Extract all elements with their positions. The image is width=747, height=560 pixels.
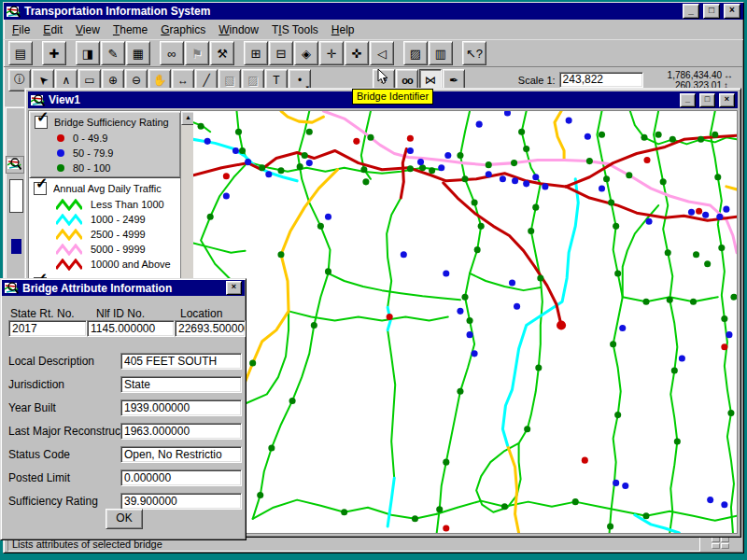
legend-theme-bridge-sufficiency-rating[interactable]: ✓Bridge Sufficiency Rating0 - 49.950 - 7…	[29, 111, 181, 178]
theme-header: ✓Annual Avg Daily Traffic	[32, 180, 181, 197]
select-features-button[interactable]: ▨	[403, 41, 428, 65]
view1-close-button[interactable]: ×	[719, 93, 735, 107]
tooltip-bridge-identifier: Bridge Identifier	[352, 89, 433, 105]
show-legend-icon: ▥	[435, 47, 446, 61]
open-theme-table-icon: ▦	[133, 47, 144, 61]
legend-theme-annual-avg-daily-traffic[interactable]: ✓Annual Avg Daily TrafficLess Than 10001…	[29, 178, 181, 273]
road	[726, 187, 737, 189]
zigzag-swatch	[56, 244, 82, 256]
query-builder-button[interactable]: ⚒	[210, 41, 234, 65]
zoom-full-extent-button[interactable]: ⊞	[244, 41, 268, 65]
bridge-dot-blue	[500, 175, 506, 182]
field-input-nlf-id-no-[interactable]: 1145.000000	[87, 320, 175, 337]
bridge-dot-red	[582, 457, 588, 464]
field-label: Year Built	[8, 401, 56, 414]
field-input-jurisdiction[interactable]: State	[120, 376, 242, 393]
help-button[interactable]: ↖?	[462, 41, 486, 65]
entry-label: Less Than 1000	[91, 199, 164, 210]
theme-properties-button[interactable]: ◨	[76, 41, 100, 65]
previous-extent-button[interactable]: ◁	[370, 41, 394, 65]
menu-view[interactable]: View	[69, 21, 106, 38]
field-label: Nlf ID No.	[96, 307, 145, 320]
bridge-dot-green	[537, 274, 543, 281]
save-project-button[interactable]: ▤	[8, 41, 33, 65]
theme-checkbox[interactable]: ✓	[35, 116, 48, 129]
show-legend-button[interactable]: ▥	[429, 41, 453, 65]
measure-icon: ↔	[177, 74, 189, 87]
menu-theme[interactable]: Theme	[106, 21, 154, 38]
bridge-dot-green	[412, 515, 418, 522]
zoom-active-theme-button[interactable]: ⊟	[269, 41, 293, 65]
find-button[interactable]: ∞	[160, 41, 184, 65]
label-icon: ▧	[224, 74, 234, 87]
dialog-close-button[interactable]: ×	[226, 281, 242, 295]
road	[437, 111, 481, 533]
view1-maximize-button[interactable]: □	[699, 93, 715, 107]
scroll-up-button[interactable]: ▲	[181, 111, 193, 125]
bridge-dot-green	[472, 200, 478, 206]
zigzag-swatch	[56, 214, 82, 226]
legend-entry: 10000 and Above	[32, 257, 181, 272]
entry-label: 10000 and Above	[91, 259, 171, 270]
bridge-dot-green	[599, 132, 605, 138]
bridge-dot-green	[461, 175, 468, 182]
draw-pen-icon: ✒	[449, 74, 458, 87]
bridge-dot-blue	[401, 251, 407, 258]
bridge-dot-blue	[509, 279, 515, 286]
zoom-in-fixed-button[interactable]: ✛	[319, 41, 344, 65]
field-label: Posted Limit	[8, 471, 70, 484]
open-theme-table-button[interactable]: ▦	[126, 41, 150, 65]
menu-help[interactable]: Help	[325, 21, 361, 38]
entry-label: 5000 - 9999	[91, 244, 146, 255]
check-icon: ✓	[35, 175, 48, 192]
dot-swatch	[57, 134, 64, 142]
menu-file[interactable]: File	[6, 21, 36, 38]
ok-button[interactable]: OK	[106, 509, 143, 529]
maximize-button[interactable]: □	[703, 4, 720, 19]
zoom-out-fixed-button[interactable]: ✜	[345, 41, 369, 65]
minimize-button[interactable]: _	[683, 4, 699, 19]
scale-input[interactable]: 243,822	[559, 72, 643, 88]
field-input-status-code[interactable]: Open, No Restrictio	[120, 446, 242, 463]
field-input-year-built[interactable]: 1939.000000	[120, 399, 242, 416]
bridge-dot-green	[311, 322, 317, 329]
menu-graphics[interactable]: Graphics	[154, 21, 212, 38]
bridge-dot-green	[572, 498, 579, 505]
locate-address-button[interactable]: ⚑	[185, 41, 209, 65]
add-theme-icon: ✚	[49, 47, 60, 61]
map-canvas[interactable]	[193, 111, 737, 533]
field-input-location[interactable]: 22693.500000	[175, 320, 246, 337]
toolbar-group: ∞⚑⚒	[160, 41, 235, 65]
view1-minimize-button[interactable]: _	[680, 93, 696, 107]
field-input-local-description[interactable]: 405 FEET SOUTH	[120, 353, 242, 370]
menu-window[interactable]: Window	[212, 21, 265, 38]
zoom-out-fixed-icon: ✜	[352, 47, 362, 61]
field-input-sufficiency-rating[interactable]: 39.900000	[120, 493, 242, 510]
close-button[interactable]: ×	[724, 4, 740, 19]
app-icon	[7, 5, 21, 19]
bridge-dot-blue	[407, 147, 414, 154]
map-area[interactable]	[193, 111, 737, 533]
menu-tis-tools[interactable]: TIS Tools	[265, 21, 325, 38]
field-input-state-rt-no-[interactable]: 2017	[8, 320, 87, 337]
previous-extent-icon: ◁	[377, 47, 387, 61]
bridge-dot-green	[429, 167, 435, 174]
add-theme-button[interactable]: ✚	[42, 41, 66, 65]
bridge-dot-red	[387, 314, 393, 320]
road	[564, 161, 737, 253]
edit-legend-button[interactable]: ✎	[101, 41, 125, 65]
bridge-dot-green	[608, 200, 614, 206]
locate-address-icon: ⚑	[191, 47, 203, 61]
toolbar-group: ◨✎▦	[76, 41, 151, 65]
bridge-identifier-icon: ⋈	[425, 74, 436, 87]
theme-checkbox[interactable]: ✓	[34, 182, 47, 195]
zoom-selected-button[interactable]: ◈	[294, 41, 318, 65]
road	[388, 478, 394, 526]
bridge-dot-green	[721, 315, 727, 322]
menu-edit[interactable]: Edit	[36, 21, 69, 38]
road	[253, 111, 331, 519]
field-input-last-major-reconstruction[interactable]: 1963.000000	[120, 423, 242, 440]
bridge-dot-green	[277, 167, 284, 174]
field-input-posted-limit[interactable]: 0.000000	[120, 469, 242, 486]
bridge-dot-red	[407, 135, 414, 142]
